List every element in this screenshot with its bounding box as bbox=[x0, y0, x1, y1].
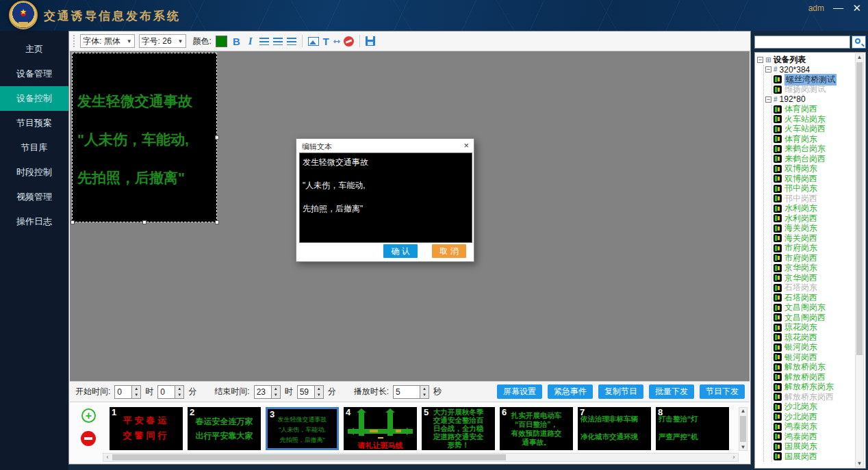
delete-item-button[interactable] bbox=[344, 36, 354, 47]
program-thumb-1[interactable]: 1平安春运交警同行 bbox=[110, 407, 183, 450]
program-text: 平安春运交警同行 bbox=[110, 413, 183, 443]
sidebar-item-6[interactable]: 视频管理 bbox=[0, 185, 68, 209]
program-text: 扎实开展电动车“百日整治”，有效预防道路交通事故。 bbox=[500, 411, 573, 447]
remove-program-button[interactable] bbox=[81, 431, 96, 446]
program-thumb-4[interactable]: 4请礼让斑马线 bbox=[344, 407, 417, 450]
insert-image-button[interactable] bbox=[308, 37, 319, 46]
collapse-icon[interactable]: − bbox=[765, 66, 771, 73]
sidebar-item-0[interactable]: 主页 bbox=[0, 37, 68, 62]
program-vertical-scrollbar[interactable]: ▲ ▼ bbox=[739, 407, 748, 451]
spinner-arrows[interactable]: ▲▼ bbox=[175, 386, 183, 398]
duration-input[interactable]: 5 ▲▼ bbox=[393, 385, 429, 399]
traffic-sign-icon bbox=[774, 125, 782, 133]
resize-handle-bottom-left[interactable] bbox=[71, 220, 75, 224]
led-text-line: 发生轻微交通事故 bbox=[77, 92, 192, 111]
traffic-sign-icon bbox=[774, 293, 782, 302]
scrollbar-thumb[interactable] bbox=[740, 416, 746, 442]
action-button-1[interactable]: 紧急事件 bbox=[548, 384, 593, 399]
spinner-arrows[interactable]: ▲▼ bbox=[314, 386, 323, 398]
traffic-sign-icon bbox=[774, 234, 782, 242]
font-size-select[interactable]: 字号: 26 ▼ bbox=[139, 34, 186, 48]
sidebar-menu: 主页设备管理设备控制节目预案节目库时段控制视频管理操作日志 bbox=[0, 31, 68, 470]
tree-group-children: 体育岗西火车站岗东火车站岗西体育岗东来鹤台岗东来鹤台岗西双博岗东双博岗西邗中岗东… bbox=[771, 105, 865, 462]
program-thumb-5[interactable]: 5大力开展秋冬季交通安全整治百日会战，全力稳定道路交通安全形势！ bbox=[422, 407, 495, 450]
traffic-sign-icon bbox=[774, 174, 782, 183]
scrollbar-thumb[interactable] bbox=[856, 62, 863, 355]
scroll-up-icon[interactable]: ▲ bbox=[856, 54, 863, 60]
resize-handle-corner[interactable] bbox=[215, 220, 219, 224]
led-text-line: 先拍照，后撤离" bbox=[77, 168, 185, 187]
program-thumb-2[interactable]: 2春运安全连万家出行平安靠大家 bbox=[188, 407, 261, 450]
sidebar-item-5[interactable]: 时段控制 bbox=[0, 160, 68, 185]
spinner-arrows[interactable]: ▲▼ bbox=[420, 386, 429, 398]
scrollbar-thumb[interactable] bbox=[112, 454, 506, 460]
scroll-down-icon[interactable]: ▼ bbox=[739, 444, 747, 450]
align-center-button[interactable] bbox=[273, 38, 283, 45]
minute-label: 分 bbox=[188, 386, 196, 397]
program-number: 8 bbox=[658, 407, 663, 417]
sidebar-item-3[interactable]: 节目预案 bbox=[0, 111, 68, 135]
program-thumb-3[interactable]: 3发生轻微交通事故"人未伤，车能动,先拍照，后撤离" bbox=[266, 407, 339, 450]
sidebar-item-4[interactable]: 节目库 bbox=[0, 135, 68, 160]
action-button-3[interactable]: 批量下发 bbox=[649, 384, 694, 399]
scroll-up-icon[interactable]: ▲ bbox=[739, 408, 747, 414]
program-thumb-6[interactable]: 6扎实开展电动车“百日整治”，有效预防道路交通事故。 bbox=[500, 407, 573, 450]
tree-root[interactable]: − ⊞ 设备列表 bbox=[757, 55, 865, 65]
device-search-input[interactable] bbox=[754, 36, 850, 49]
resize-handle-right[interactable] bbox=[215, 135, 219, 140]
program-number: 7 bbox=[580, 407, 585, 417]
collapse-icon[interactable]: − bbox=[757, 57, 763, 63]
program-horizontal-scrollbar[interactable]: ‹ › bbox=[103, 453, 739, 462]
start-hour-input[interactable]: 0 ▲▼ bbox=[114, 385, 141, 399]
color-swatch[interactable] bbox=[216, 36, 227, 47]
font-family-select[interactable]: 字体: 黑体 ▼ bbox=[80, 34, 135, 48]
sidebar-item-7[interactable]: 操作日志 bbox=[0, 209, 68, 234]
bold-button[interactable]: B bbox=[231, 36, 242, 47]
spinner-arrows[interactable]: ▲▼ bbox=[131, 386, 140, 398]
align-right-button[interactable] bbox=[287, 38, 296, 45]
scroll-down-icon[interactable]: ▼ bbox=[856, 460, 863, 467]
program-text: 春运安全连万家出行平安靠大家 bbox=[188, 415, 261, 443]
program-thumb-8[interactable]: 8打击整治“灯严查严控“机 bbox=[656, 407, 729, 450]
dialog-close-icon[interactable]: × bbox=[463, 140, 469, 151]
tree-device-row[interactable]: 维扬岗测试 bbox=[774, 85, 865, 95]
cancel-button[interactable]: 取 消 bbox=[432, 244, 466, 258]
action-button-4[interactable]: 节目下发 bbox=[700, 384, 745, 399]
traffic-sign-icon bbox=[774, 105, 782, 114]
collapse-icon[interactable]: − bbox=[765, 96, 771, 103]
insert-text-button[interactable]: T bbox=[323, 36, 329, 47]
end-minute-input[interactable]: 59 ▲▼ bbox=[297, 385, 324, 399]
dialog-textarea[interactable]: 发生轻微交通事故 "人未伤，车能动, 先拍照，后撤离" bbox=[299, 153, 472, 243]
end-hour-input[interactable]: 23 ▲▼ bbox=[254, 385, 281, 399]
program-text: 发生轻微交通事故"人未伤，车能动,先拍照，后撤离" bbox=[268, 415, 337, 445]
spinner-arrows[interactable]: ▲▼ bbox=[271, 386, 280, 398]
program-thumb-7[interactable]: 7依法治理非标车辆净化城市交通环境 bbox=[578, 407, 651, 450]
traffic-sign-icon bbox=[774, 324, 782, 332]
tree-scrollbar[interactable]: ▲ ▼ bbox=[855, 53, 864, 467]
led-screen-preview[interactable]: 发生轻微交通事故 "人未伤，车能动, 先拍照，后撤离" bbox=[72, 53, 217, 222]
tree-device-row[interactable]: 国展岗西 bbox=[774, 452, 865, 462]
resize-handle-bottom[interactable] bbox=[142, 220, 146, 224]
action-button-2[interactable]: 复制节目 bbox=[598, 384, 643, 399]
traffic-sign-icon bbox=[774, 264, 782, 272]
minimize-icon[interactable]: — bbox=[833, 1, 843, 13]
road-graphic bbox=[345, 408, 416, 441]
sidebar-item-2[interactable]: 设备控制 bbox=[0, 86, 68, 111]
start-minute-input[interactable]: 0 ▲▼ bbox=[157, 385, 184, 399]
italic-button[interactable]: I bbox=[246, 36, 255, 47]
confirm-button[interactable]: 确 认 bbox=[383, 244, 418, 258]
traffic-sign-icon bbox=[774, 423, 782, 431]
action-button-0[interactable]: 屏幕设置 bbox=[497, 384, 542, 399]
scroll-right-icon[interactable]: › bbox=[730, 454, 738, 461]
scroll-left-icon[interactable]: ‹ bbox=[103, 454, 112, 461]
sidebar-item-1[interactable]: 设备管理 bbox=[0, 62, 68, 86]
close-icon[interactable]: ✕ bbox=[852, 2, 861, 14]
group-label: 192*80 bbox=[780, 94, 806, 104]
search-button[interactable] bbox=[852, 36, 866, 49]
add-program-button[interactable]: + bbox=[81, 408, 96, 423]
traffic-sign-icon bbox=[774, 432, 782, 441]
traffic-sign-icon bbox=[774, 224, 782, 233]
align-left-button[interactable] bbox=[259, 38, 269, 45]
save-button[interactable] bbox=[366, 36, 375, 46]
fit-width-button[interactable]: ⇿ bbox=[333, 36, 340, 47]
